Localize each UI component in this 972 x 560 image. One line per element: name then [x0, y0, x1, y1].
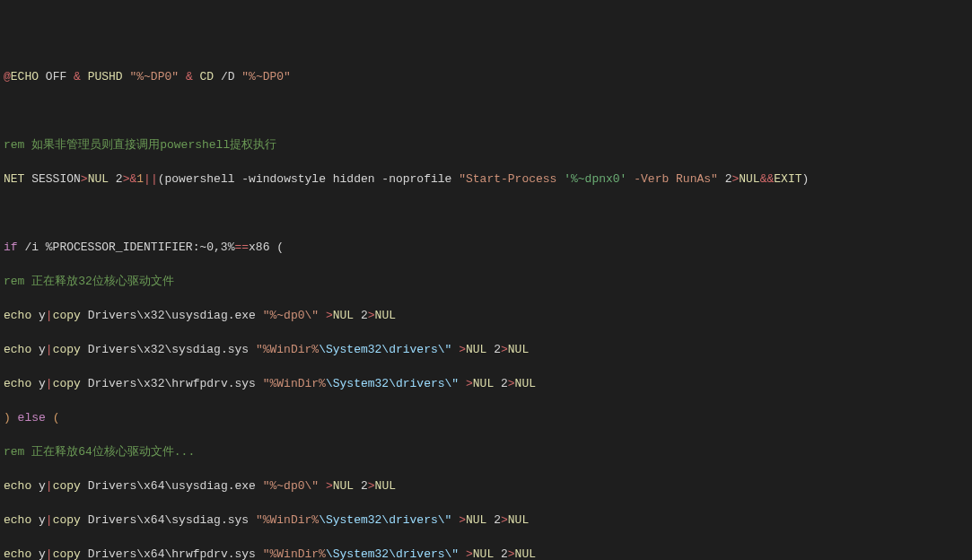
echo-keyword: ECHO: [11, 70, 39, 83]
if-keyword: if: [4, 241, 18, 254]
comment: rem 正在释放32位核心驱动文件: [4, 275, 174, 288]
code-line[interactable]: echo y|copy Drivers\x32\hrwfpdrv.sys "%W…: [4, 375, 972, 392]
code-line[interactable]: echo y|copy Drivers\x64\sysdiag.sys "%Wi…: [4, 512, 972, 529]
code-line[interactable]: [4, 205, 972, 222]
code-line[interactable]: NET SESSION>NUL 2>&1||(powershell -windo…: [4, 171, 972, 188]
at-symbol: @: [4, 70, 11, 83]
code-line[interactable]: echo y|copy Drivers\x64\usysdiag.exe "%~…: [4, 477, 972, 494]
comment: rem 正在释放64位核心驱动文件...: [4, 445, 195, 459]
code-line[interactable]: if /i %PROCESSOR_IDENTIFIER:~0,3%==x86 (: [4, 239, 972, 256]
code-line[interactable]: rem 正在释放64位核心驱动文件...: [4, 443, 972, 460]
code-line[interactable]: echo y|copy Drivers\x64\hrwfpdrv.sys "%W…: [4, 546, 972, 560]
code-line[interactable]: ) else (: [4, 409, 972, 426]
code-editor-area[interactable]: @ECHO OFF & PUSHD "%~DP0" & CD /D "%~DP0…: [0, 51, 972, 560]
code-line[interactable]: rem 正在释放32位核心驱动文件: [4, 273, 972, 290]
code-line[interactable]: rem 如果非管理员则直接调用powershell提权执行: [4, 136, 972, 153]
code-line[interactable]: @ECHO OFF & PUSHD "%~DP0" & CD /D "%~DP0…: [4, 68, 972, 85]
code-line[interactable]: [4, 102, 972, 119]
comment: rem 如果非管理员则直接调用powershell提权执行: [4, 138, 276, 152]
code-line[interactable]: echo y|copy Drivers\x32\usysdiag.exe "%~…: [4, 307, 972, 324]
else-keyword: else: [11, 411, 53, 424]
code-line[interactable]: echo y|copy Drivers\x32\sysdiag.sys "%Wi…: [4, 341, 972, 358]
